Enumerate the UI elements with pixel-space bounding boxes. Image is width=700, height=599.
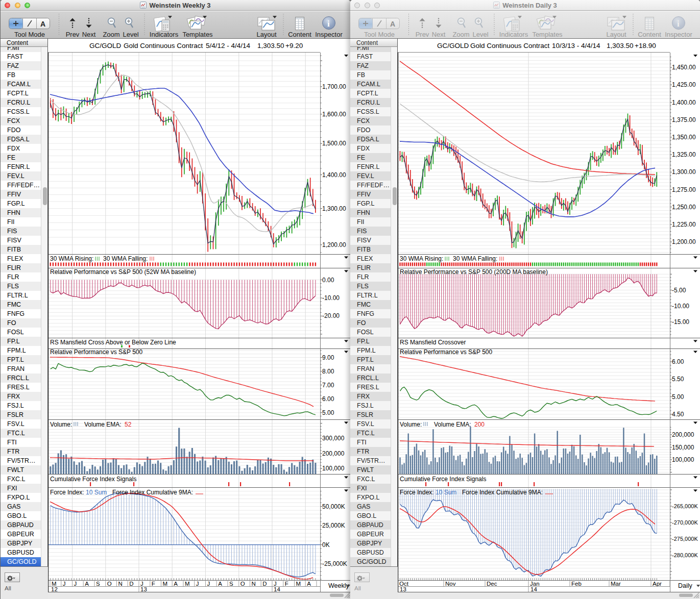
svg-text:Inspector: Inspector	[315, 31, 343, 38]
svg-text:Indicators: Indicators	[150, 31, 179, 38]
svg-text:Indicators: Indicators	[499, 31, 528, 38]
svg-text:9.00: 9.00	[322, 354, 334, 361]
svg-text:Volume EMA:: Volume EMA:	[434, 421, 471, 428]
svg-text:Force Index Cumulative 9MA:: Force Index Cumulative 9MA:	[462, 489, 543, 496]
svg-text:30 WMA Rising:: 30 WMA Rising:	[400, 255, 443, 262]
svg-text:5.00: 5.00	[322, 409, 334, 416]
svg-text:Layout: Layout	[606, 31, 626, 38]
svg-text:25,000K: 25,000K	[322, 522, 345, 529]
svg-text:Cumulative Force Index Signals: Cumulative Force Index Signals	[50, 476, 136, 483]
svg-text:1,350.00: 1,350.00	[672, 134, 696, 141]
svg-text:Relative Performance vs S&P 50: Relative Performance vs S&P 500 (200D MA…	[400, 268, 548, 276]
svg-text:Next: Next	[432, 31, 446, 38]
svg-text:30 WMA Falling:: 30 WMA Falling:	[103, 255, 148, 262]
svg-text:Tool Mode: Tool Mode	[364, 31, 395, 38]
svg-text:Content: Content	[288, 31, 311, 38]
svg-text:-10.00: -10.00	[322, 294, 340, 302]
svg-text:14: 14	[274, 586, 280, 592]
svg-text:A: A	[174, 581, 178, 587]
svg-text:A: A	[307, 581, 311, 587]
svg-text:Zoom: Zoom	[452, 31, 469, 38]
svg-text:F: F	[152, 581, 155, 587]
svg-text:Cumulative Force Index Signals: Cumulative Force Index Signals	[400, 476, 486, 483]
svg-text:5.50: 5.50	[672, 376, 684, 383]
svg-text:A: A	[40, 20, 45, 28]
svg-text:1,300.00: 1,300.00	[322, 205, 346, 212]
svg-text:-15.00: -15.00	[672, 318, 689, 326]
svg-text:-25,000K: -25,000K	[322, 560, 347, 567]
svg-text:7.00: 7.00	[322, 382, 334, 389]
svg-text:1,425.00: 1,425.00	[672, 81, 696, 88]
svg-text:J: J	[207, 581, 210, 587]
svg-text:Apr: Apr	[653, 581, 662, 587]
svg-text:M: M	[163, 581, 168, 587]
svg-text:1,400.00: 1,400.00	[672, 99, 696, 106]
svg-text:M: M	[185, 581, 190, 587]
svg-text:1,275.00: 1,275.00	[672, 186, 696, 193]
svg-text:Volume:: Volume:	[400, 421, 422, 428]
svg-text:-275,000K: -275,000K	[672, 536, 698, 542]
svg-text:13: 13	[140, 586, 147, 592]
svg-text:100,000: 100,000	[322, 465, 345, 472]
svg-text:50,000K: 50,000K	[322, 503, 345, 510]
svg-text:Zoom: Zoom	[103, 31, 119, 38]
svg-text:100,000: 100,000	[672, 456, 694, 463]
svg-text:6.00: 6.00	[322, 395, 334, 403]
svg-text:RS Mansfield Crossover: RS Mansfield Crossover	[400, 339, 466, 346]
svg-text:i: i	[327, 19, 330, 29]
svg-text:Prev: Prev	[66, 31, 80, 38]
svg-text:-265,000K: -265,000K	[672, 503, 698, 509]
svg-text:30 WMA Rising:: 30 WMA Rising:	[50, 255, 93, 262]
svg-text:Templates: Templates	[532, 31, 563, 38]
svg-text:13: 13	[400, 586, 406, 592]
svg-text:10 Sum: 10 Sum	[436, 489, 456, 496]
svg-text:52: 52	[125, 421, 132, 428]
svg-text:Next: Next	[82, 31, 96, 38]
svg-text:Dec: Dec	[487, 581, 497, 587]
svg-text:200,000: 200,000	[672, 431, 694, 438]
svg-text:J: J	[63, 581, 66, 587]
svg-text:300,000: 300,000	[322, 435, 345, 442]
svg-text:1,225.00: 1,225.00	[672, 221, 696, 228]
svg-text:-10.00: -10.00	[672, 303, 689, 310]
svg-text:0K: 0K	[322, 541, 330, 548]
svg-text:-280,000K: -280,000K	[672, 552, 698, 558]
svg-text:1,700.00: 1,700.00	[322, 83, 346, 90]
svg-text:A: A	[85, 581, 89, 587]
svg-text:A: A	[390, 20, 395, 28]
svg-text:1,325.00: 1,325.00	[672, 151, 696, 158]
svg-text:Tool Mode: Tool Mode	[14, 31, 45, 38]
svg-text:Prev: Prev	[416, 31, 429, 38]
svg-text:J: J	[196, 581, 199, 587]
svg-text:Force Index:: Force Index:	[50, 489, 84, 496]
svg-text:D: D	[129, 581, 133, 587]
svg-text:Force Index Cumulative 9MA:: Force Index Cumulative 9MA:	[112, 489, 193, 496]
svg-text:30 WMA Falling:: 30 WMA Falling:	[453, 255, 497, 262]
svg-text:Relative Performance vs S&P 50: Relative Performance vs S&P 500	[50, 348, 143, 356]
svg-text:6.00: 6.00	[672, 358, 684, 365]
svg-text:1,250.00: 1,250.00	[672, 204, 696, 211]
svg-text:O: O	[240, 581, 245, 587]
svg-text:1,200.00: 1,200.00	[672, 238, 696, 245]
svg-text:S: S	[96, 581, 100, 587]
svg-text:Level: Level	[123, 31, 138, 38]
svg-text:N: N	[118, 581, 123, 587]
svg-text:Templates: Templates	[182, 31, 213, 38]
svg-text:150,000: 150,000	[672, 444, 694, 451]
svg-text:A: A	[218, 581, 222, 587]
svg-text:4.50: 4.50	[672, 411, 684, 418]
svg-text:12: 12	[51, 586, 58, 592]
svg-text:200: 200	[474, 421, 485, 428]
svg-text:Weekly: Weekly	[328, 582, 350, 589]
svg-text:1,200.00: 1,200.00	[322, 241, 346, 248]
svg-text:-270,000K: -270,000K	[672, 519, 698, 526]
svg-text:N: N	[252, 581, 256, 587]
svg-text:10 Sum: 10 Sum	[86, 489, 107, 496]
svg-text:1,600.00: 1,600.00	[322, 111, 346, 118]
svg-text:Mar: Mar	[611, 581, 621, 587]
svg-text:1,500.00: 1,500.00	[322, 140, 346, 147]
svg-text:Nov: Nov	[445, 581, 456, 587]
svg-text:1,300.00: 1,300.00	[672, 168, 696, 176]
svg-text:200,000: 200,000	[322, 450, 345, 457]
svg-text:14: 14	[530, 586, 537, 592]
